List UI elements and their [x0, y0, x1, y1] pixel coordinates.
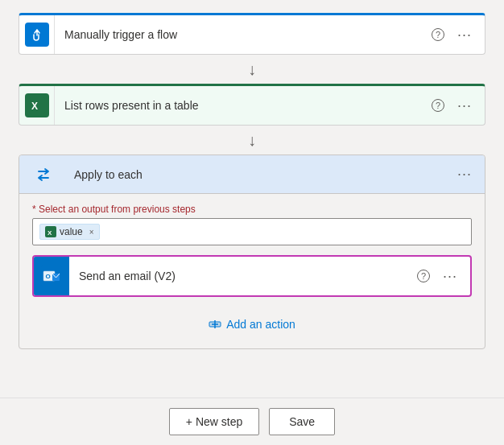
value-tag-excel-icon: X	[45, 226, 56, 237]
send-email-title: Send an email (V2)	[69, 270, 414, 282]
save-button[interactable]: Save	[269, 408, 335, 435]
send-email-question-icon: ?	[417, 270, 430, 282]
outlook-icon: O	[41, 266, 62, 286]
send-email-ellipsis-icon: ···	[443, 268, 457, 285]
send-email-help-button[interactable]: ?	[414, 266, 433, 286]
excel-icon: X	[25, 93, 49, 117]
send-email-actions: ? ···	[414, 265, 470, 288]
bottom-bar: + New step Save	[0, 398, 504, 445]
svg-rect-3	[32, 163, 55, 186]
svg-text:O: O	[46, 273, 51, 280]
apply-loop-icon-wrap	[29, 160, 58, 189]
svg-text:X: X	[31, 101, 38, 112]
down-arrow-2: ↓	[248, 131, 256, 150]
trigger-help-button[interactable]: ?	[428, 25, 448, 44]
excel-help-button[interactable]: ?	[428, 96, 448, 115]
apply-each-body: Select an output from previous steps X v…	[19, 194, 485, 348]
excel-step-card: X List rows present in a table ? ···	[19, 84, 485, 126]
excel-title: List rows present in a table	[55, 99, 428, 112]
send-email-step-card: O Send an email (V2) ? ···	[32, 255, 472, 297]
apply-each-ellipsis-icon: ···	[457, 166, 472, 183]
excel-ellipsis-icon: ···	[457, 97, 472, 114]
new-step-button[interactable]: + New step	[169, 408, 259, 435]
select-output-label: Select an output from previous steps	[32, 204, 472, 215]
add-action-label: Add an action	[226, 318, 295, 331]
trigger-title: Manually trigger a flow	[55, 28, 428, 41]
svg-text:X: X	[48, 229, 52, 236]
value-tag-close[interactable]: ×	[89, 228, 94, 237]
value-tag-text: value	[60, 226, 83, 237]
add-action-row: Add an action	[32, 307, 472, 339]
excel-icon-wrap: X	[19, 86, 55, 125]
trigger-icon	[25, 23, 49, 47]
trigger-icon-wrap	[19, 15, 55, 54]
flow-container: Manually trigger a flow ? ··· ↓ X List r…	[19, 13, 485, 398]
apply-loop-icon	[32, 163, 55, 186]
trigger-ellipsis-icon: ···	[457, 27, 472, 43]
excel-question-icon: ?	[432, 99, 444, 112]
trigger-question-icon: ?	[432, 28, 444, 41]
trigger-actions: ? ···	[428, 23, 485, 47]
send-email-menu-button[interactable]: ···	[440, 265, 461, 288]
excel-actions: ? ···	[428, 94, 485, 117]
apply-each-card: Apply to each ··· Select an output from …	[19, 155, 485, 349]
arrow-1: ↓	[248, 55, 256, 84]
add-action-icon	[209, 318, 221, 331]
add-action-button[interactable]: Add an action	[199, 313, 305, 336]
outlook-icon-wrap: O	[34, 257, 69, 295]
arrow-2: ↓	[248, 126, 256, 155]
trigger-menu-button[interactable]: ···	[454, 23, 475, 47]
apply-each-header: Apply to each ···	[19, 155, 485, 194]
trigger-step-card: Manually trigger a flow ? ···	[19, 13, 485, 55]
down-arrow-1: ↓	[248, 60, 256, 79]
value-tag: X value ×	[39, 224, 100, 240]
value-input-row[interactable]: X value ×	[32, 218, 472, 245]
apply-each-menu-button[interactable]: ···	[454, 163, 475, 186]
apply-each-actions: ···	[454, 163, 475, 186]
apply-each-title: Apply to each	[64, 168, 454, 181]
excel-menu-button[interactable]: ···	[454, 94, 475, 117]
